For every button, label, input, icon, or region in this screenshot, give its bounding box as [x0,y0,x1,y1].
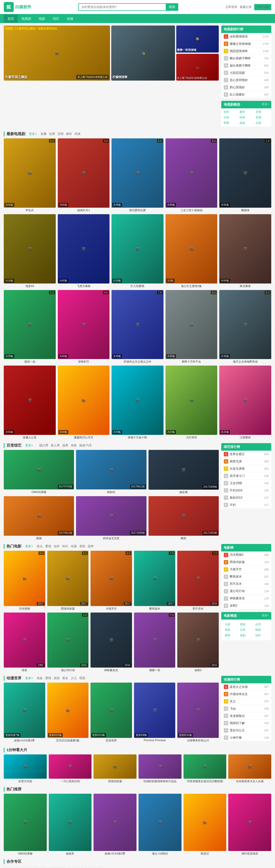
anime-tag-0[interactable]: 热血 [37,676,43,680]
card[interactable]: 🎬 邻里亲最美女孩活活沙教程感 [183,754,227,783]
movie-more[interactable]: 更多> [25,544,33,549]
nav-variety[interactable]: 综艺 [49,14,63,23]
card[interactable]: 🎬 6.0 共40集 烟灭之女侠地野奔追 [219,290,271,364]
search-button[interactable]: 搜索 [166,3,178,11]
ranking-item[interactable]: 3 出发五虎将 263 [221,465,271,472]
movie-tag-5[interactable]: 喜剧 [79,544,85,549]
card[interactable]: 🎬 20170702期 OMG玩美咖 [4,450,74,494]
card[interactable]: 🎬 共40集 飞虎大暴救 [58,214,110,288]
ranking-item[interactable]: 3 失之 375 [221,698,271,705]
ranking-item[interactable]: 4 断白肩膀子啊终 702 [221,55,271,62]
tv-more-link[interactable]: 更多> [29,132,37,136]
nav-movie[interactable]: 电影 [35,14,49,23]
card[interactable]: 🎬 2.0 2016 漫公司行动 [47,613,89,672]
card[interactable]: 🎬 漫公×10情侣 [138,794,181,856]
nav-home[interactable]: 首页 [4,14,18,23]
tv-tag-2[interactable]: 言情 [58,132,64,136]
anime-more[interactable]: 更多> [25,676,33,680]
tv-tag-0[interactable]: 首播 [40,132,46,136]
ranking-item[interactable]: 8 不朽 117 [221,501,271,509]
ranking-item[interactable]: 3 大闹天竺 280 [221,566,271,573]
tv-tag-4[interactable]: 武侠 [74,132,80,136]
ranking-item[interactable]: 6 我得到了解 228 [221,720,271,727]
card[interactable]: 🎬 共2集 兔心灯之爱第2集 [166,214,217,288]
ranking-item[interactable]: 5 超白肩膀子啊终 661 [221,62,271,69]
card[interactable]: 🎬 20171008期 静距离 [148,450,219,494]
ranking-item[interactable]: 7 雪后与公主 167 [221,727,271,734]
selection-item[interactable]: 动作 [254,633,269,638]
ranking-item[interactable]: 1 蓝色火之女孩 507 [221,683,271,691]
login-link[interactable]: 立即登录 [225,5,237,9]
ranking-item[interactable]: 7 神探夏洛克 170 [221,595,271,602]
card[interactable]: 🎬 陈贡记 [183,794,227,856]
anime-tag-2[interactable]: 搞笑 [54,676,60,680]
card[interactable]: 🎬 相约花花地花 [228,794,271,856]
ranking-item[interactable]: 3 我恋恋情深终 1135 [221,48,271,55]
selection-item[interactable]: 日本 [239,627,253,632]
movie-tag-1[interactable]: 爱情 [45,544,51,549]
ranking-item[interactable]: 7 新的2013 122 [221,494,271,501]
movie-tag-0[interactable]: 热点 [37,544,43,549]
selection-item[interactable]: 美国 [224,627,238,632]
card[interactable]: 🎬 7.0 2016 邪不压水 [177,551,219,611]
card[interactable]: 🎬 20171002期 断腔 [148,496,219,540]
card[interactable]: 🎬 20171008期 积米金宝见世 [76,496,146,540]
selection-item[interactable]: 香港 [239,622,253,627]
card[interactable]: 🎬 7.0 微微一笑 [134,613,175,672]
ranking-item[interactable]: 8 小神不够 128 [221,734,271,741]
card[interactable]: 🎬 更新到14集 法律事务所有山川 [177,683,219,742]
ranking-item[interactable]: 2 中国传奇生生 497 [221,691,271,698]
nav-anime[interactable]: 动漫 [63,14,77,23]
card[interactable]: 🎬 OMG玩美咖 [4,794,47,856]
banner-mid[interactable]: 🎭 柠檬狸狸事 [111,26,175,81]
selection-item[interactable]: 喜剧 [239,633,253,638]
variety-type-3[interactable]: 美食 [71,443,77,447]
variety-type-1[interactable]: 真人秀 [51,443,60,447]
card[interactable]: 🎬 20170811期 如如丝 [76,450,146,494]
movie-tag-2[interactable]: 动作 [54,544,60,549]
card[interactable]: 🎬 更新到15集 宝贝日记动漫番2集 [47,683,89,742]
ranking-item[interactable]: 9 红心情爱好 297 [221,91,271,98]
card[interactable]: 🎬 7.0 共40集 轩辕剑之天之痕云之外 [111,290,164,364]
card[interactable]: 🎬 共30集 打入到爱我 [111,214,164,288]
banner-left[interactable]: 🎬 电视剧《大秦帝国之崛起》移影的那特别名 大秦帝国之崛起 史上最刁钻的幻龙电视… [4,26,110,81]
variety-type-4[interactable]: 旅游·汽车 [79,443,92,447]
card[interactable]: 🎬 2.0 共30集 漫花一朵 [4,290,56,364]
banner-right-top[interactable]: 😊 微微一笑很倾城 [176,26,219,53]
card[interactable]: 🎬 4.0 共40集 深情利刃 [58,290,110,364]
selection-item[interactable]: 纪录 [255,121,270,125]
card[interactable]: 🎬 9.0 共58集 三生三世十里桃花 [166,138,217,212]
selection-item[interactable]: 韩国 [254,627,269,632]
ranking-item[interactable]: 8 金刚2 133 [221,602,271,610]
ranking-item[interactable]: 2 西游伏妖篇 378 [221,559,271,566]
ranking-item[interactable]: 4 飞仙 338 [221,705,271,712]
ranking-item[interactable]: 5 王女20情 193 [221,480,271,487]
card[interactable]: 🎬 2016 神探夏洛克 [91,613,132,672]
card[interactable]: 🎬 更新到14集 恐龙世界 [91,683,132,742]
movie-tag-3[interactable]: 科幻 [62,544,68,549]
card[interactable]: 🎬 4.0 2017 大闹天竺 [91,551,132,611]
card[interactable]: 🎬 4.9 共66集 猛虎扑月1 [58,138,110,212]
card[interactable]: 🎬 住街南美美大女人头感 [228,754,271,783]
card[interactable]: 🎬 妖狐×仆SS第2季 [94,794,137,856]
nav-tv[interactable]: 电视剧 [18,14,35,23]
ranking-item[interactable]: 1 世界女霸王 625 [221,451,271,458]
ranking-item[interactable]: 1 乡村爱情情语 2142 [221,33,271,40]
ranking-item[interactable]: 2 跑男兄弟 389 [221,458,271,465]
variety-type-2[interactable]: 选秀 [62,443,68,447]
selection-item[interactable]: 爱情 [224,633,238,638]
ranking-item[interactable]: 2 微微之笑很倾城 1764 [221,40,271,48]
card[interactable]: 🎬 一万公里的白鸽 [49,754,92,783]
selection-item[interactable]: 都市 [239,110,254,114]
anime-tag-4[interactable]: 少儿 [71,676,77,680]
card[interactable]: 🎬 共16集 地安43 [4,214,56,288]
card[interactable]: 🎬 更新到第?集 妖狐×仆SS第2季 [4,683,45,742]
anime-tag-1[interactable]: 爱情 [45,676,51,680]
selection-item[interactable]: 武侠 [239,115,254,120]
search-input[interactable] [78,3,166,11]
ranking-item[interactable]: 1 功夫熊猫3 589 [221,552,271,559]
ranking-item[interactable]: 6 七彩恋花园 520 [221,69,271,76]
selection-item[interactable]: 谍战 [239,121,254,125]
card[interactable]: 🎬 更新到8集 Princess Principal [134,683,175,742]
selection-item[interactable]: 大陆 [224,622,238,627]
